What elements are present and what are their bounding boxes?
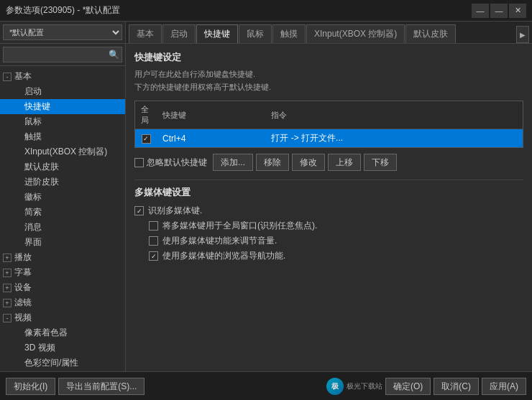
tree-item-playback[interactable]: 播放 [0,250,125,265]
tab-触摸[interactable]: 触摸 [272,24,306,43]
main-container: *默认配置 🔍 基本启动快捷键鼠标触摸XInput(XBOX 控制器)默认皮肤进… [0,22,532,371]
tree-item-subtitle[interactable]: 字幕 [0,265,125,280]
media-checkbox[interactable] [134,206,144,215]
media-label: 使用多媒体键功能来调节音量. [162,235,277,247]
tab-bar: 基本启动快捷键鼠标触摸XInput(XBOX 控制器)默认皮肤▶ [126,22,532,44]
section-title: 快捷键设定 [134,51,523,64]
tree-item-mouse[interactable]: 鼠标 [0,114,125,129]
media-row[interactable]: 使用多媒体键的浏览器导航功能. [134,250,523,262]
tree-label-color_space: 色彩空间/属性 [24,357,78,369]
media-row[interactable]: 识别多媒体键. [134,205,523,217]
tab-鼠标[interactable]: 鼠标 [239,24,272,43]
tree-label-basic: 基本 [14,70,32,83]
tree-item-resolution[interactable]: 分辨率 [0,371,125,371]
tab-XInput(XBOX 控制器)[interactable]: XInput(XBOX 控制器) [306,24,405,43]
title-bar-controls: — — ✕ [472,4,526,18]
section-desc: 用户可在此处自行添加键盘快捷键. 下方的快捷键使用权将高于默认快捷键. [134,68,523,93]
button-row: 忽略默认快捷键 添加...移除修改上移下移 [134,154,523,171]
search-box: 🔍 [0,44,125,66]
search-input[interactable] [3,47,122,62]
profile-select[interactable]: *默认配置 [3,24,122,40]
tree-item-default_skin[interactable]: 默认皮肤 [0,159,125,175]
tree-item-basic[interactable]: 基本 [0,69,125,84]
tree-item-simple[interactable]: 简索 [0,205,125,220]
app-title: 参数选项(230905) - *默认配置 [6,4,120,17]
table-row[interactable]: Ctrl+4打开 -> 打开文件... [135,129,523,148]
tree-item-video[interactable]: 视频 [0,310,125,325]
init-button[interactable]: 初始化(I) [6,378,55,395]
close-button[interactable]: ✕ [509,4,526,18]
tree-label-xinput: XInput(XBOX 控制器) [24,146,107,158]
tree-item-start[interactable]: 启动 [0,84,125,99]
shortcut-table-container: 全局快捷键指令Ctrl+4打开 -> 打开文件... [134,101,523,148]
tree: 基本启动快捷键鼠标触摸XInput(XBOX 控制器)默认皮肤进阶皮肤徽标简索消… [0,66,125,371]
tree-label-device: 设备 [14,282,32,294]
tree-label-subtitle: 字幕 [14,266,32,279]
media-checkbox[interactable] [149,251,158,261]
media-section-title: 多媒体键设置 [134,180,523,199]
tree-item-color_space[interactable]: 色彩空间/属性 [0,355,125,371]
tab-启动[interactable]: 启动 [162,24,196,43]
tree-expander-filter[interactable] [3,299,12,307]
tree-label-message: 消息 [24,221,42,233]
minimize-button[interactable]: — [490,4,508,18]
media-checkbox[interactable] [149,236,158,246]
tree-item-video3d[interactable]: 3D 视频 [0,340,125,355]
cancel-button[interactable]: 取消(C) [434,378,479,395]
media-row[interactable]: 将多媒体键用于全局窗口(识别任意焦点). [134,220,523,232]
tree-item-ui[interactable]: 界面 [0,235,125,250]
ignore-default-checkbox[interactable] [134,158,144,167]
tree-item-shortcut[interactable]: 快捷键 [0,99,125,114]
action-btn-添加...[interactable]: 添加... [213,154,253,171]
tree-item-message[interactable]: 消息 [0,220,125,235]
content-area: 快捷键设定 用户可在此处自行添加键盘快捷键. 下方的快捷键使用权将高于默认快捷键… [126,44,532,371]
media-checkbox[interactable] [149,221,158,231]
watermark-icon: 极 [326,378,344,395]
row-global-checkbox[interactable] [142,134,151,144]
tree-label-start: 启动 [24,85,42,98]
tree-item-color_proc[interactable]: 像素着色器 [0,325,125,340]
tree-item-device[interactable]: 设备 [0,280,125,295]
tree-label-filter: 滤镜 [14,297,32,309]
tree-item-touch[interactable]: 触摸 [0,129,125,144]
tree-label-simple: 简索 [24,206,42,218]
tab-nav-button[interactable]: ▶ [516,26,529,43]
tree-item-icon[interactable]: 徽标 [0,190,125,205]
media-label: 将多媒体键用于全局窗口(识别任意焦点). [162,220,317,232]
tree-item-xinput[interactable]: XInput(XBOX 控制器) [0,144,125,159]
tab-基本[interactable]: 基本 [129,24,162,43]
tree-label-video: 视频 [14,312,32,324]
action-btn-上移[interactable]: 上移 [328,154,361,171]
tree-expander-basic[interactable] [3,73,12,81]
col-header-指令: 指令 [265,101,523,129]
tree-item-filter[interactable]: 滤镜 [0,295,125,310]
media-label: 使用多媒体键的浏览器导航功能. [162,250,285,262]
profile-selector: *默认配置 [0,22,125,44]
tree-expander-subtitle[interactable] [3,269,12,277]
tab-默认皮肤[interactable]: 默认皮肤 [405,24,456,43]
tab-快捷键[interactable]: 快捷键 [196,24,238,43]
tree-expander-video[interactable] [3,314,12,322]
action-buttons: 添加...移除修改上移下移 [213,154,397,171]
tree-item-advanced_skin[interactable]: 进阶皮肤 [0,175,125,190]
action-btn-移除[interactable]: 移除 [256,154,289,171]
col-header-快捷键: 快捷键 [157,101,265,129]
media-row[interactable]: 使用多媒体键功能来调节音量. [134,235,523,247]
right-panel: 基本启动快捷键鼠标触摸XInput(XBOX 控制器)默认皮肤▶ 快捷键设定 用… [126,22,532,371]
action-btn-下移[interactable]: 下移 [364,154,397,171]
tree-label-icon: 徽标 [24,191,42,203]
pin-button[interactable]: — [472,4,489,18]
left-panel: *默认配置 🔍 基本启动快捷键鼠标触摸XInput(XBOX 控制器)默认皮肤进… [0,22,126,371]
export-button[interactable]: 导出当前配置(S)... [58,378,145,395]
ok-button[interactable]: 确定(O) [385,378,431,395]
ignore-default-label[interactable]: 忽略默认快捷键 [134,157,207,169]
title-bar: 参数选项(230905) - *默认配置 — — ✕ [0,0,532,22]
action-btn-修改[interactable]: 修改 [292,154,325,171]
tree-label-color_proc: 像素着色器 [24,327,68,339]
watermark-text: 极光下载站 [347,381,382,391]
col-header-全局: 全局 [135,101,157,129]
tree-expander-playback[interactable] [3,254,12,262]
tree-expander-device[interactable] [3,284,12,292]
shortcut-table: 全局快捷键指令Ctrl+4打开 -> 打开文件... [135,101,523,147]
apply-button[interactable]: 应用(A) [482,378,526,395]
